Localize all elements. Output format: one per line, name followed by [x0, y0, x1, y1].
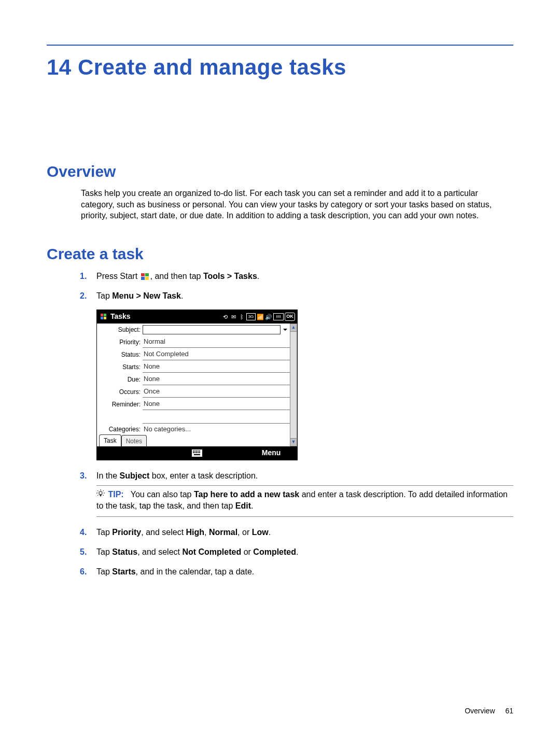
scrollbar[interactable]: ▲ ▼ — [290, 324, 297, 446]
value-due: None — [143, 373, 290, 385]
step-number: 4. — [80, 526, 87, 539]
windows-flag-icon — [99, 313, 108, 320]
screenshot-body: Subject: Priority: Normal — [97, 324, 297, 446]
step-text: Tap Starts, and in the calendar, tap a d… — [96, 567, 254, 576]
step-text: Tap Menu > New Task. — [96, 291, 183, 300]
step-1: 1. Press Start , and then tap Tools > Ta… — [96, 270, 513, 283]
keyboard-icon[interactable] — [192, 449, 202, 457]
row-subject: Subject: — [97, 324, 290, 336]
value-categories: No categories... — [143, 424, 290, 435]
label-occurs: Occurs: — [97, 387, 143, 397]
row-due[interactable]: Due: None — [97, 373, 290, 386]
value-occurs: Once — [143, 386, 290, 398]
chapter-name: Create and manage tasks — [78, 55, 346, 79]
3g-icon: 3G — [246, 313, 256, 320]
scroll-up-icon[interactable]: ▲ — [290, 324, 297, 332]
step-text: Tap Priority, and select High, Normal, o… — [96, 528, 271, 537]
tip-block: TIP: You can also tap Tap here to add a … — [96, 485, 513, 517]
create-heading: Create a task — [47, 245, 513, 263]
lightbulb-icon — [96, 489, 106, 501]
tip-text: You can also tap Tap here to add a new t… — [96, 490, 508, 510]
chapter-number: 14 — [47, 55, 72, 79]
svg-rect-3 — [145, 277, 149, 280]
device-screenshot: Tasks ⟲ ✉ ᛒ 3G 📶 🔊 IIII OK — [96, 310, 298, 460]
status-icons: ⟲ ✉ ᛒ 3G 📶 🔊 IIII OK — [221, 313, 295, 321]
dropdown-caret-icon[interactable] — [282, 325, 289, 334]
row-blank — [143, 411, 290, 424]
svg-rect-5 — [104, 314, 106, 316]
svg-rect-19 — [194, 454, 200, 455]
svg-point-20 — [99, 491, 102, 495]
svg-rect-14 — [193, 452, 194, 453]
step-6: 6. Tap Starts, and in the calendar, tap … — [96, 566, 513, 578]
row-starts[interactable]: Starts: None — [97, 361, 290, 373]
svg-rect-13 — [199, 451, 200, 452]
menu-button[interactable]: Menu — [262, 447, 281, 458]
step-3: 3. In the Subject box, enter a task desc… — [96, 470, 513, 517]
row-priority[interactable]: Priority: Normal — [97, 336, 290, 348]
svg-rect-9 — [193, 451, 194, 452]
page-footer: Overview 61 — [465, 707, 513, 715]
svg-rect-17 — [198, 452, 199, 453]
label-subject: Subject: — [97, 325, 143, 334]
step-text: In the Subject box, enter a task descrip… — [96, 471, 258, 480]
label-reminder: Reminder: — [97, 400, 143, 409]
signal-icon: 📶 — [257, 313, 264, 321]
bluetooth-icon: ᛒ — [238, 313, 245, 321]
value-starts: None — [143, 361, 290, 373]
subject-input[interactable] — [143, 325, 281, 334]
label-categories: Categories: — [97, 425, 143, 434]
scroll-track[interactable] — [290, 332, 297, 438]
ok-button[interactable]: OK — [285, 313, 295, 321]
sync-icon: ⟲ — [221, 313, 229, 321]
tab-task[interactable]: Task — [99, 434, 121, 446]
svg-line-26 — [103, 495, 104, 496]
step-number: 3. — [80, 470, 87, 482]
footer-page-number: 61 — [505, 707, 513, 715]
step-number: 6. — [80, 566, 87, 578]
svg-rect-10 — [194, 451, 195, 452]
label-starts: Starts: — [97, 362, 143, 372]
value-reminder: None — [143, 398, 290, 410]
windows-start-icon — [141, 273, 149, 280]
step-number: 1. — [80, 270, 87, 283]
label-due: Due: — [97, 375, 143, 384]
screenshot-bottombar: Menu — [97, 446, 297, 460]
svg-rect-12 — [198, 451, 199, 452]
step-2: 2. Tap Menu > New Task. Tasks ⟲ ✉ ᛒ 3G — [96, 290, 513, 460]
label-priority: Priority: — [97, 338, 143, 347]
svg-rect-1 — [145, 273, 149, 276]
mail-icon: ✉ — [230, 313, 237, 321]
row-status[interactable]: Status: Not Completed — [97, 348, 290, 361]
scroll-down-icon[interactable]: ▼ — [290, 438, 297, 446]
svg-rect-6 — [101, 317, 103, 319]
value-priority: Normal — [143, 336, 290, 348]
overview-heading: Overview — [47, 163, 513, 180]
step-text: Tap Status, and select Not Completed or … — [96, 547, 298, 556]
tab-notes[interactable]: Notes — [121, 435, 147, 447]
svg-rect-18 — [199, 452, 200, 453]
chapter-title: 14 Create and manage tasks — [47, 55, 513, 80]
row-categories[interactable]: Categories: No categories... — [97, 424, 290, 435]
svg-line-27 — [97, 495, 99, 496]
row-occurs[interactable]: Occurs: Once — [97, 386, 290, 398]
steps-list: 1. Press Start , and then tap Tools > Ta… — [47, 270, 513, 578]
svg-rect-4 — [101, 314, 103, 316]
svg-rect-11 — [196, 451, 197, 452]
step-4: 4. Tap Priority, and select High, Normal… — [96, 526, 513, 539]
battery-icon: IIII — [273, 313, 284, 320]
tab-bar: Task Notes — [97, 435, 290, 446]
svg-rect-7 — [104, 317, 106, 319]
svg-rect-0 — [141, 273, 145, 276]
svg-rect-2 — [141, 277, 145, 280]
svg-line-25 — [97, 490, 99, 491]
overview-body: Tasks help you create an organized to-do… — [47, 188, 513, 221]
label-status: Status: — [97, 350, 143, 359]
row-reminder[interactable]: Reminder: None — [97, 398, 290, 411]
svg-rect-16 — [196, 452, 197, 453]
step-number: 5. — [80, 546, 87, 558]
step-text: Press Start , and then tap Tools > Tasks… — [96, 272, 259, 280]
top-rule — [47, 45, 513, 46]
step-5: 5. Tap Status, and select Not Completed … — [96, 546, 513, 558]
step-number: 2. — [80, 290, 87, 302]
